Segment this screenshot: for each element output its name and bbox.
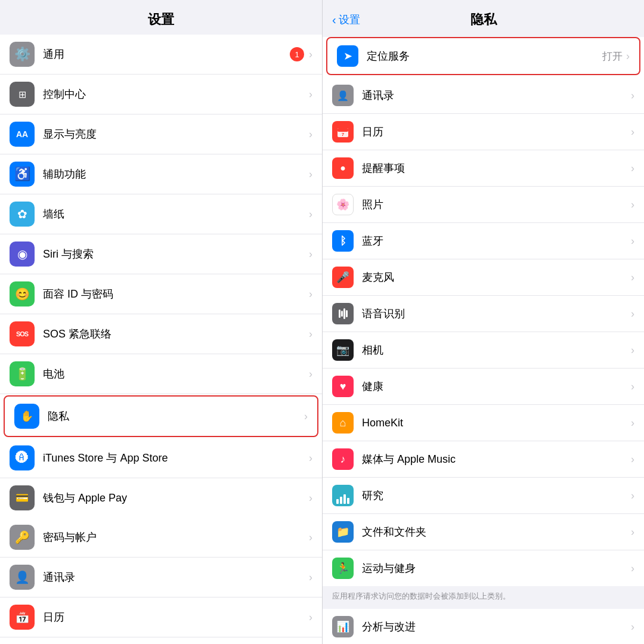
privacy-item-microphone[interactable]: 🎤 麦克风 ›	[323, 259, 644, 296]
privacy-item-files[interactable]: 📁 文件和文件夹 ›	[323, 514, 644, 550]
settings-item-calendar[interactable]: 📅 日历 ›	[0, 597, 322, 637]
privacy-item-contacts[interactable]: 👤 通讯录 ›	[323, 78, 644, 114]
privacy-calendar-label: 日历	[362, 125, 631, 139]
accessibility-label: 辅助功能	[43, 167, 309, 181]
settings-item-notes[interactable]: 📝 备忘录 ›	[0, 637, 322, 644]
passwords-label: 密码与帐户	[43, 530, 309, 544]
right-panel: ‹ 设置 隐私 ➤ 定位服务 打开 › 👤 通讯录 ›	[322, 0, 644, 644]
privacy-item-reminders[interactable]: ● 提醒事项 ›	[323, 150, 644, 187]
research-label: 研究	[362, 488, 631, 503]
location-status: 打开	[602, 49, 623, 63]
faceid-icon: 😊	[10, 281, 35, 306]
camera-icon: 📷	[332, 339, 354, 361]
photos-label: 照片	[362, 197, 631, 212]
homekit-label: HomeKit	[362, 417, 631, 429]
back-button[interactable]: ‹ 设置	[332, 13, 360, 27]
settings-item-siri[interactable]: ◉ Siri 与搜索 ›	[0, 234, 322, 274]
location-chevron: ›	[626, 50, 630, 63]
settings-item-contacts[interactable]: 👤 通讯录 ›	[0, 558, 322, 597]
homekit-chevron: ›	[631, 417, 634, 429]
itunes-chevron: ›	[309, 452, 312, 465]
bluetooth-icon: ᛒ	[332, 230, 354, 252]
wallet-chevron: ›	[309, 492, 312, 504]
settings-item-faceid[interactable]: 😊 面容 ID 与密码 ›	[0, 274, 322, 314]
contacts-icon: 👤	[10, 565, 35, 590]
left-title: 设置	[12, 11, 310, 29]
privacy-icon: ✋	[14, 404, 39, 429]
settings-item-privacy[interactable]: ✋ 隐私 ›	[4, 395, 318, 437]
camera-chevron: ›	[631, 344, 634, 357]
fitness-icon: 🏃	[332, 558, 354, 579]
svg-text:7: 7	[342, 132, 345, 137]
privacy-group-main: ➤ 定位服务 打开 › 👤 通讯录 › 7	[323, 37, 644, 586]
wallet-icon: 💳	[10, 485, 35, 510]
accessibility-icon: ♿	[10, 162, 35, 187]
bluetooth-chevron: ›	[631, 235, 634, 247]
location-label: 定位服务	[367, 49, 602, 63]
settings-item-general[interactable]: ⚙️ 通用 1 ›	[0, 35, 322, 75]
health-chevron: ›	[631, 380, 634, 393]
siri-chevron: ›	[309, 248, 312, 261]
privacy-chevron: ›	[304, 410, 308, 423]
settings-item-itunes[interactable]: 🅐 iTunes Store 与 App Store ›	[0, 438, 322, 478]
media-chevron: ›	[631, 453, 634, 466]
privacy-item-homekit[interactable]: ⌂ HomeKit ›	[323, 405, 644, 441]
accessibility-chevron: ›	[309, 168, 312, 181]
settings-item-passwords[interactable]: 🔑 密码与帐户 ›	[0, 518, 322, 558]
reminders-icon: ●	[332, 157, 354, 179]
back-chevron-icon: ‹	[332, 13, 336, 27]
right-header: ‹ 设置 隐私	[323, 0, 644, 35]
privacy-item-photos[interactable]: 🌸 照片 ›	[323, 187, 644, 223]
settings-item-battery[interactable]: 🔋 电池 ›	[0, 354, 322, 394]
back-label: 设置	[339, 13, 360, 27]
health-label: 健康	[362, 379, 631, 394]
settings-item-accessibility[interactable]: ♿ 辅助功能 ›	[0, 154, 322, 194]
privacy-item-speech[interactable]: 语音识别 ›	[323, 296, 644, 332]
contacts-chevron: ›	[309, 571, 312, 584]
speech-chevron: ›	[631, 308, 634, 320]
battery-chevron: ›	[309, 368, 312, 380]
privacy-item-health[interactable]: ♥ 健康 ›	[323, 369, 644, 405]
reminders-label: 提醒事项	[362, 161, 631, 175]
analytics-label: 分析与改进	[362, 620, 631, 634]
privacy-item-fitness[interactable]: 🏃 运动与健身 ›	[323, 550, 644, 586]
privacy-item-research[interactable]: 研究 ›	[323, 478, 644, 514]
privacy-item-camera[interactable]: 📷 相机 ›	[323, 332, 644, 369]
photos-icon: 🌸	[332, 194, 354, 215]
photos-chevron: ›	[631, 199, 634, 211]
privacy-item-location[interactable]: ➤ 定位服务 打开 ›	[326, 37, 640, 75]
settings-item-control-center[interactable]: ⊞ 控制中心 ›	[0, 75, 322, 114]
privacy-item-calendar[interactable]: 7 日历 ›	[323, 114, 644, 150]
display-icon: AA	[10, 122, 35, 147]
cc-chevron: ›	[309, 88, 312, 101]
settings-item-wallet[interactable]: 💳 钱包与 Apple Pay ›	[0, 478, 322, 518]
media-label: 媒体与 Apple Music	[362, 452, 631, 466]
privacy-group-analytics: 📊 分析与改进 ›	[323, 609, 644, 644]
privacy-item-media[interactable]: ♪ 媒体与 Apple Music ›	[323, 441, 644, 478]
wallet-label: 钱包与 Apple Pay	[43, 491, 309, 505]
microphone-chevron: ›	[631, 271, 634, 284]
fitness-chevron: ›	[631, 562, 634, 575]
settings-item-sos[interactable]: SOS SOS 紧急联络 ›	[0, 314, 322, 354]
display-chevron: ›	[309, 128, 312, 141]
fitness-label: 运动与健身	[362, 561, 631, 575]
privacy-note: 应用程序请求访问您的数据时会被添加到以上类别。	[323, 586, 644, 609]
media-icon: ♪	[332, 448, 354, 470]
privacy-item-analytics[interactable]: 📊 分析与改进 ›	[323, 609, 644, 644]
general-label: 通用	[43, 47, 290, 61]
bluetooth-label: 蓝牙	[362, 234, 631, 248]
settings-item-display[interactable]: AA 显示与亮度 ›	[0, 114, 322, 154]
control-center-icon: ⊞	[10, 82, 35, 107]
privacy-list: ➤ 定位服务 打开 › 👤 通讯录 › 7	[323, 35, 644, 644]
files-icon: 📁	[332, 521, 354, 543]
settings-item-wallpaper[interactable]: ✿ 墙纸 ›	[0, 194, 322, 234]
analytics-chevron: ›	[631, 621, 634, 633]
general-badge: 1	[290, 47, 304, 61]
siri-icon: ◉	[10, 242, 35, 267]
left-panel: 设置 ⚙️ 通用 1 › ⊞ 控制中心 › AA 显示与亮度 › ♿ 辅助功能 …	[0, 0, 322, 644]
analytics-icon: 📊	[332, 616, 354, 637]
speech-label: 语音识别	[362, 306, 631, 321]
battery-label: 电池	[43, 367, 309, 381]
privacy-item-bluetooth[interactable]: ᛒ 蓝牙 ›	[323, 223, 644, 259]
settings-group-2: 🅐 iTunes Store 与 App Store › 💳 钱包与 Apple…	[0, 438, 322, 518]
